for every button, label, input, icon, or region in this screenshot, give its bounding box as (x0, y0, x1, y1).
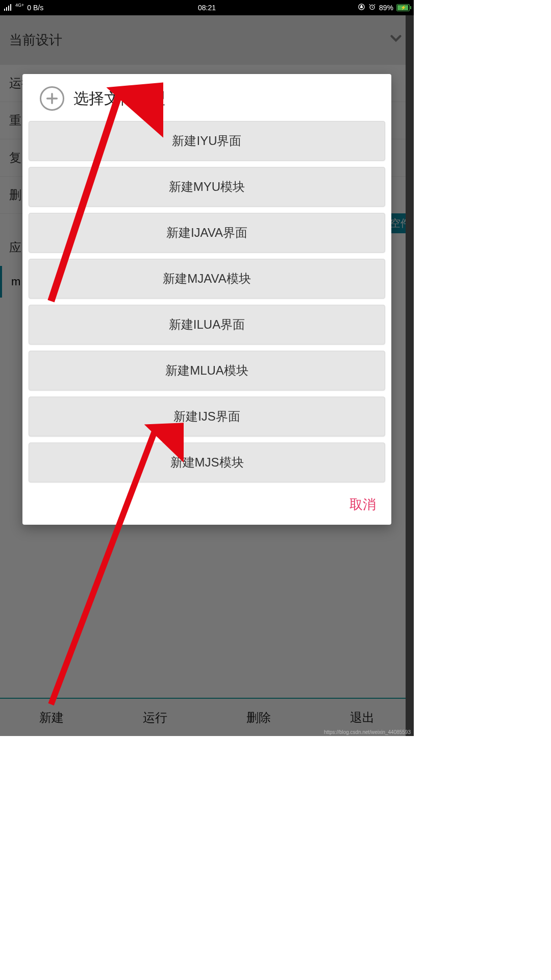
option-mlua[interactable]: 新建MLUA模块 (29, 351, 385, 390)
option-ijs[interactable]: 新建IJS界面 (29, 397, 385, 436)
dialog-title: 选择文件类型 (73, 88, 165, 109)
option-iyu[interactable]: 新建IYU界面 (29, 121, 385, 161)
signal-icon (4, 4, 12, 12)
battery-icon: ⚡ (396, 4, 410, 11)
option-mjs[interactable]: 新建MJS模块 (29, 443, 385, 482)
network-type: 4G+ (15, 3, 24, 8)
cancel-button[interactable]: 取消 (349, 496, 376, 513)
option-myu[interactable]: 新建MYU模块 (29, 167, 385, 207)
alarm-icon (368, 3, 376, 12)
svg-rect-2 (8, 6, 9, 11)
file-type-dialog: 选择文件类型 新建IYU界面 新建MYU模块 新建IJAVA界面 新建MJAVA… (22, 74, 391, 525)
svg-rect-1 (6, 7, 7, 11)
data-rate: 0 B/s (27, 4, 43, 12)
watermark: https://blog.csdn.net/weixin_44085593 (324, 729, 411, 735)
status-bar: 4G+ 0 B/s 08:21 89% ⚡ (0, 0, 414, 15)
svg-rect-3 (10, 4, 11, 11)
plus-circle-icon (40, 86, 64, 111)
option-ijava[interactable]: 新建IJAVA界面 (29, 213, 385, 253)
rotation-lock-icon (358, 3, 365, 12)
battery-pct: 89% (379, 4, 393, 12)
clock: 08:21 (198, 4, 216, 12)
dialog-options: 新建IYU界面 新建MYU模块 新建IJAVA界面 新建MJAVA模块 新建IL… (22, 121, 391, 482)
option-ilua[interactable]: 新建ILUA界面 (29, 305, 385, 345)
svg-rect-0 (4, 9, 5, 11)
option-mjava[interactable]: 新建MJAVA模块 (29, 259, 385, 299)
